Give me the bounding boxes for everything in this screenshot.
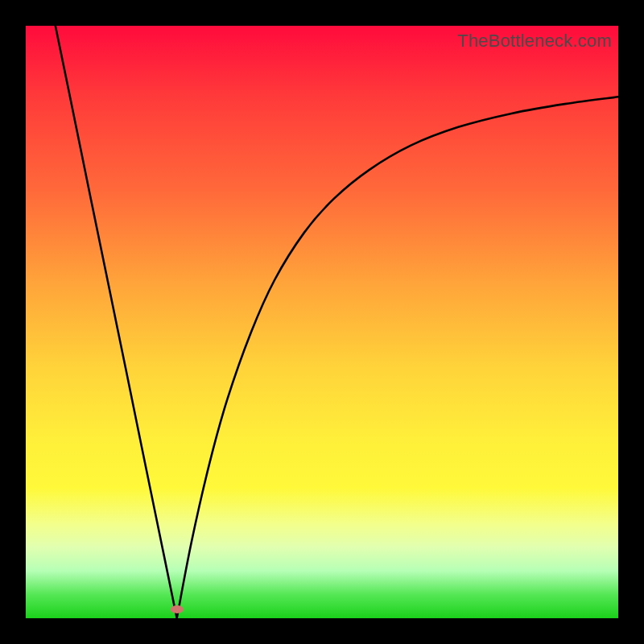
curve-left-branch <box>56 26 177 618</box>
chart-frame: TheBottleneck.com <box>0 0 644 644</box>
plot-area: TheBottleneck.com <box>26 26 618 618</box>
minimum-marker <box>171 605 184 613</box>
curve-svg <box>26 26 618 618</box>
curve-right-branch <box>177 97 618 618</box>
